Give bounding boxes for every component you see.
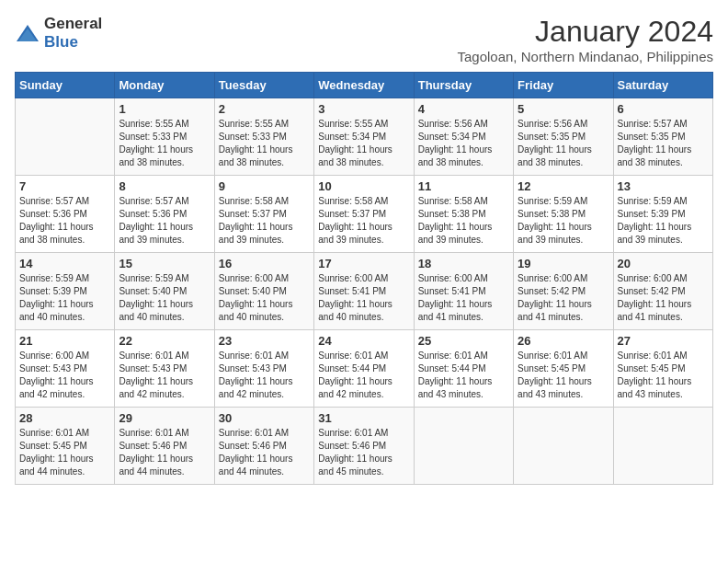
day-number: 9 [219,179,310,193]
title-block: January 2024 Tagoloan, Northern Mindanao… [457,15,713,64]
calendar-cell: 18Sunrise: 6:00 AMSunset: 5:41 PMDayligh… [414,253,513,330]
day-number: 15 [119,257,210,270]
day-number: 21 [19,334,110,348]
calendar-cell: 4Sunrise: 5:56 AMSunset: 5:34 PMDaylight… [414,98,513,176]
col-tuesday: Tuesday [214,73,313,98]
day-number: 30 [219,411,310,425]
day-number: 19 [518,257,609,270]
calendar-week-5: 28Sunrise: 6:01 AMSunset: 5:45 PMDayligh… [16,408,713,485]
cell-info: Sunrise: 5:56 AMSunset: 5:34 PMDaylight:… [418,118,509,169]
calendar-cell [613,408,712,485]
cell-info: Sunrise: 5:57 AMSunset: 5:36 PMDaylight:… [19,195,110,247]
calendar-cell: 22Sunrise: 6:01 AMSunset: 5:43 PMDayligh… [115,330,214,408]
calendar-cell: 26Sunrise: 6:01 AMSunset: 5:45 PMDayligh… [514,330,613,408]
day-number: 11 [418,179,509,193]
day-number: 2 [219,102,310,116]
day-number: 14 [19,257,110,270]
header-row: Sunday Monday Tuesday Wednesday Thursday… [16,73,713,98]
calendar-cell: 21Sunrise: 6:00 AMSunset: 5:43 PMDayligh… [16,330,115,408]
col-monday: Monday [115,73,214,98]
day-number: 20 [618,257,709,270]
calendar-cell: 19Sunrise: 6:00 AMSunset: 5:42 PMDayligh… [514,253,613,330]
day-number: 31 [318,411,409,425]
calendar-cell: 20Sunrise: 6:00 AMSunset: 5:42 PMDayligh… [613,253,712,330]
calendar-cell: 6Sunrise: 5:57 AMSunset: 5:35 PMDaylight… [613,98,712,176]
logo-icon [15,23,40,43]
cell-info: Sunrise: 6:00 AMSunset: 5:40 PMDaylight:… [219,272,310,324]
cell-info: Sunrise: 5:59 AMSunset: 5:40 PMDaylight:… [119,272,210,324]
calendar-cell: 3Sunrise: 5:55 AMSunset: 5:34 PMDaylight… [314,98,414,176]
day-number: 16 [219,257,310,270]
calendar-cell: 31Sunrise: 6:01 AMSunset: 5:46 PMDayligh… [314,408,414,485]
month-title: January 2024 [457,15,713,49]
day-number: 10 [318,179,409,193]
day-number: 6 [618,102,709,116]
cell-info: Sunrise: 6:01 AMSunset: 5:44 PMDaylight:… [418,350,509,401]
calendar-cell: 30Sunrise: 6:01 AMSunset: 5:46 PMDayligh… [214,408,313,485]
day-number: 3 [318,102,409,116]
cell-info: Sunrise: 6:01 AMSunset: 5:45 PMDaylight:… [518,350,609,401]
cell-info: Sunrise: 5:55 AMSunset: 5:33 PMDaylight:… [119,118,210,169]
logo-blue: Blue [44,33,78,51]
calendar-cell: 23Sunrise: 6:01 AMSunset: 5:43 PMDayligh… [214,330,313,408]
cell-info: Sunrise: 5:55 AMSunset: 5:33 PMDaylight:… [219,118,310,169]
cell-info: Sunrise: 5:58 AMSunset: 5:37 PMDaylight:… [219,195,310,247]
calendar-cell [514,408,613,485]
day-number: 13 [618,179,709,193]
calendar-cell: 13Sunrise: 5:59 AMSunset: 5:39 PMDayligh… [613,176,712,253]
logo-general: General [44,15,102,32]
calendar-cell: 24Sunrise: 6:01 AMSunset: 5:44 PMDayligh… [314,330,414,408]
calendar-cell: 15Sunrise: 5:59 AMSunset: 5:40 PMDayligh… [115,253,214,330]
cell-info: Sunrise: 6:00 AMSunset: 5:42 PMDaylight:… [518,272,609,324]
cell-info: Sunrise: 5:58 AMSunset: 5:37 PMDaylight:… [318,195,409,247]
cell-info: Sunrise: 5:59 AMSunset: 5:39 PMDaylight:… [618,195,709,247]
calendar-cell: 25Sunrise: 6:01 AMSunset: 5:44 PMDayligh… [414,330,513,408]
calendar-cell: 9Sunrise: 5:58 AMSunset: 5:37 PMDaylight… [214,176,313,253]
location-subtitle: Tagoloan, Northern Mindanao, Philippines [457,49,713,64]
cell-info: Sunrise: 6:00 AMSunset: 5:41 PMDaylight:… [318,272,409,324]
col-thursday: Thursday [414,73,513,98]
cell-info: Sunrise: 6:01 AMSunset: 5:43 PMDaylight:… [119,350,210,401]
calendar-week-1: 1Sunrise: 5:55 AMSunset: 5:33 PMDaylight… [16,98,713,176]
day-number: 25 [418,334,509,348]
calendar-cell: 11Sunrise: 5:58 AMSunset: 5:38 PMDayligh… [414,176,513,253]
day-number: 27 [618,334,709,348]
calendar-cell: 16Sunrise: 6:00 AMSunset: 5:40 PMDayligh… [214,253,313,330]
calendar-cell: 17Sunrise: 6:00 AMSunset: 5:41 PMDayligh… [314,253,414,330]
day-number: 18 [418,257,509,270]
day-number: 8 [119,179,210,193]
calendar-cell: 7Sunrise: 5:57 AMSunset: 5:36 PMDaylight… [16,176,115,253]
cell-info: Sunrise: 5:57 AMSunset: 5:36 PMDaylight:… [119,195,210,247]
cell-info: Sunrise: 6:01 AMSunset: 5:46 PMDaylight:… [219,427,310,478]
cell-info: Sunrise: 5:57 AMSunset: 5:35 PMDaylight:… [618,118,709,169]
day-number: 26 [518,334,609,348]
cell-info: Sunrise: 6:00 AMSunset: 5:43 PMDaylight:… [19,350,110,401]
cell-info: Sunrise: 6:01 AMSunset: 5:46 PMDaylight:… [119,427,210,478]
day-number: 5 [518,102,609,116]
day-number: 24 [318,334,409,348]
page-header: General Blue January 2024 Tagoloan, Nort… [15,15,713,64]
calendar-cell: 14Sunrise: 5:59 AMSunset: 5:39 PMDayligh… [16,253,115,330]
logo: General Blue [15,15,102,52]
day-number: 22 [119,334,210,348]
cell-info: Sunrise: 5:58 AMSunset: 5:38 PMDaylight:… [418,195,509,247]
cell-info: Sunrise: 5:56 AMSunset: 5:35 PMDaylight:… [518,118,609,169]
day-number: 29 [119,411,210,425]
calendar-cell: 12Sunrise: 5:59 AMSunset: 5:38 PMDayligh… [514,176,613,253]
day-number: 4 [418,102,509,116]
cell-info: Sunrise: 6:01 AMSunset: 5:43 PMDaylight:… [219,350,310,401]
col-sunday: Sunday [16,73,115,98]
col-wednesday: Wednesday [314,73,414,98]
col-friday: Friday [514,73,613,98]
calendar-week-2: 7Sunrise: 5:57 AMSunset: 5:36 PMDaylight… [16,176,713,253]
calendar-week-3: 14Sunrise: 5:59 AMSunset: 5:39 PMDayligh… [16,253,713,330]
day-number: 28 [19,411,110,425]
calendar-cell [414,408,513,485]
cell-info: Sunrise: 6:00 AMSunset: 5:41 PMDaylight:… [418,272,509,324]
calendar-cell [16,98,115,176]
cell-info: Sunrise: 5:59 AMSunset: 5:39 PMDaylight:… [19,272,110,324]
calendar-cell: 27Sunrise: 6:01 AMSunset: 5:45 PMDayligh… [613,330,712,408]
cell-info: Sunrise: 6:00 AMSunset: 5:42 PMDaylight:… [618,272,709,324]
cell-info: Sunrise: 6:01 AMSunset: 5:45 PMDaylight:… [19,427,110,478]
calendar-cell: 29Sunrise: 6:01 AMSunset: 5:46 PMDayligh… [115,408,214,485]
